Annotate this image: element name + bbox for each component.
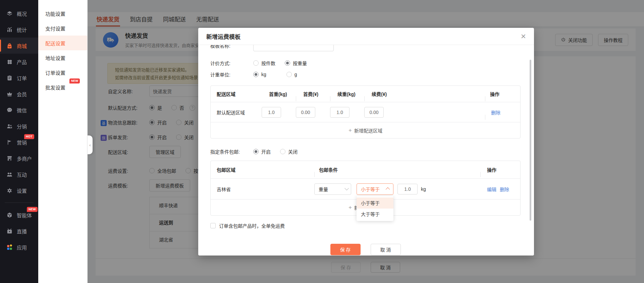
sidebar-collapse-handle[interactable]: ‹: [88, 135, 93, 154]
condition-value-input[interactable]: [397, 184, 418, 194]
radio-kg[interactable]: [253, 72, 259, 77]
sidebar-item-label: 直播: [17, 228, 27, 235]
close-icon[interactable]: ×: [520, 31, 527, 42]
sidebar-item-marketing[interactable]: 营销 HOT: [0, 134, 38, 150]
template-name-input[interactable]: [253, 45, 334, 51]
modal-header: 新增运费模板: [198, 28, 534, 45]
col-first-fee: 首费(¥): [296, 91, 330, 97]
conditional-free-shipping-row: 指定条件包邮: 开启 关闭: [210, 148, 521, 155]
modal-scrollbar[interactable]: [530, 60, 531, 221]
submenu-item-label: 配送设置: [45, 40, 65, 47]
first-weight-input[interactable]: [262, 107, 281, 118]
condition-unit-label: kg: [421, 186, 426, 192]
sidebar-item-label: 统计: [17, 26, 27, 33]
first-fee-input[interactable]: [296, 107, 315, 118]
submenu-item-label: 订单设置: [45, 69, 65, 76]
save-button[interactable]: 保存: [330, 244, 361, 255]
col-region: 配送区域: [211, 91, 262, 97]
col-next-weight: 续重(kg): [330, 91, 364, 97]
radio-kg-label: kg: [261, 72, 266, 77]
delete-region-link[interactable]: 删除: [491, 110, 500, 115]
radio-cond-on-label: 开启: [261, 148, 271, 155]
sidebar-item-multimerchant[interactable]: 多商户: [0, 150, 38, 166]
hot-badge: HOT: [24, 134, 34, 139]
conditional-free-label: 指定条件包邮:: [210, 148, 253, 155]
sidebar-item-apps[interactable]: 应用: [0, 239, 38, 255]
people-icon: [6, 171, 13, 178]
primary-sidebar: 概况 统计 商城 产品 订单 会员 微信 分销: [0, 0, 38, 283]
sidebar-item-agent[interactable]: 智能体 NEW: [0, 207, 38, 223]
col-free-region: 包邮区域: [211, 166, 314, 173]
sidebar-item-label: 概况: [17, 10, 27, 17]
sidebar-item-label: 应用: [17, 244, 27, 251]
edit-link[interactable]: 编辑: [487, 186, 496, 192]
submenu-item-delivery[interactable]: 配送设置: [38, 36, 87, 50]
radio-by-count[interactable]: [253, 60, 259, 66]
pricing-method-row: 计价方式: 按件数 按重量: [210, 59, 521, 67]
next-weight-input[interactable]: [330, 107, 350, 118]
sidebar-item-label: 设置: [17, 187, 27, 194]
clipboard-icon: [6, 75, 13, 81]
region-cell: 默认配送区域: [211, 109, 262, 116]
radio-by-count-label: 按件数: [261, 60, 275, 66]
submenu-item-payment[interactable]: 支付设置: [38, 21, 87, 36]
sidebar-item-members[interactable]: 会员: [0, 86, 38, 102]
modal-footer: 保存 取消: [210, 244, 521, 255]
submenu-item-address[interactable]: 地址设置: [38, 50, 87, 65]
checkbox-label: 订单含包邮产品时，全单免运费: [219, 222, 285, 229]
pricing-method-label: 计价方式:: [210, 60, 253, 66]
free-whole-order-row: 订单含包邮产品时，全单免运费: [210, 222, 521, 229]
modal-title: 新增运费模板: [206, 32, 240, 41]
grid-dots-icon: [6, 59, 13, 65]
submenu-item-order[interactable]: 订单设置: [38, 65, 87, 80]
chevron-left-icon: ‹: [89, 143, 91, 148]
sidebar-item-orders[interactable]: 订单: [0, 70, 38, 86]
radio-by-weight[interactable]: [285, 60, 290, 66]
users-share-icon: [6, 123, 13, 129]
template-name-label: 模板名称:: [210, 45, 253, 49]
tv-live-icon: [6, 228, 13, 234]
col-actions: 操作: [398, 91, 520, 97]
checkbox[interactable]: [210, 223, 216, 228]
dropdown-option-lte[interactable]: 小于等于: [357, 197, 393, 209]
sidebar-item-live[interactable]: 直播: [0, 223, 38, 239]
chevron-down-icon: [344, 186, 349, 190]
sidebar-item-stats[interactable]: 统计: [0, 21, 38, 38]
sidebar-item-wechat[interactable]: 微信: [0, 102, 38, 118]
add-delivery-region-button[interactable]: + 新增配送区域: [211, 122, 520, 138]
submenu-item-wholesale[interactable]: 批发设置 NEW: [38, 80, 87, 95]
free-shipping-table: 包邮区域 包邮条件 操作 吉林省 重量 小于等于: [210, 161, 521, 216]
next-fee-input[interactable]: [364, 107, 384, 118]
radio-cond-on[interactable]: [253, 149, 259, 154]
cancel-button[interactable]: 取消: [371, 244, 401, 255]
submenu-item-label: 功能设置: [45, 10, 65, 17]
submenu-item-function[interactable]: 功能设置: [38, 6, 87, 21]
sidebar-item-label: 分销: [17, 123, 27, 130]
col-actions: 操作: [480, 166, 520, 173]
sidebar-item-label: 商城: [17, 42, 27, 49]
sidebar-item-distribution[interactable]: 分销: [0, 118, 38, 134]
weight-unit-label: 计重单位:: [210, 71, 253, 78]
free-region-cell: 吉林省: [211, 186, 314, 192]
col-next-fee: 续费(¥): [364, 91, 398, 97]
submenu-item-label: 支付设置: [45, 25, 65, 32]
sidebar-item-mall[interactable]: 商城: [0, 38, 38, 54]
col-free-condition: 包邮条件: [314, 166, 480, 173]
condition-type-select[interactable]: 重量: [314, 183, 351, 195]
apps-grid-icon: [6, 244, 13, 250]
condition-type-value: 重量: [319, 186, 328, 192]
gear-icon: [6, 187, 13, 194]
radio-g[interactable]: [286, 72, 292, 77]
sidebar-item-label: 会员: [17, 91, 27, 98]
sidebar-item-label: 互动: [17, 171, 27, 178]
delete-link[interactable]: 删除: [500, 186, 509, 192]
sidebar-item-interaction[interactable]: 互动: [0, 166, 38, 182]
storefront-icon: [6, 155, 13, 162]
sidebar-item-settings[interactable]: 设置: [0, 182, 38, 199]
sidebar-item-products[interactable]: 产品: [0, 54, 38, 70]
operator-select[interactable]: 小于等于 小于等于 大于等于: [357, 183, 393, 195]
dropdown-option-gte[interactable]: 大于等于: [357, 209, 393, 220]
radio-cond-off[interactable]: [280, 149, 285, 154]
sidebar-item-overview[interactable]: 概况: [0, 5, 38, 21]
new-badge: NEW: [27, 207, 38, 212]
